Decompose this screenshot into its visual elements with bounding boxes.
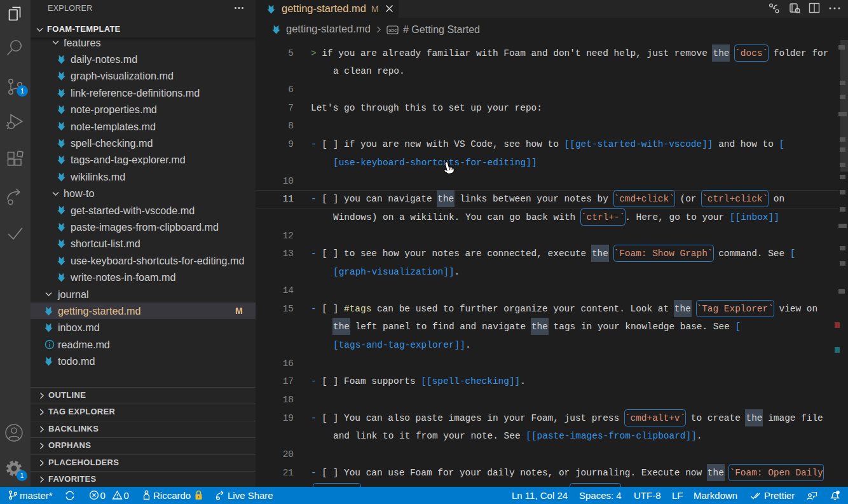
svg-text:abc: abc — [388, 27, 397, 33]
